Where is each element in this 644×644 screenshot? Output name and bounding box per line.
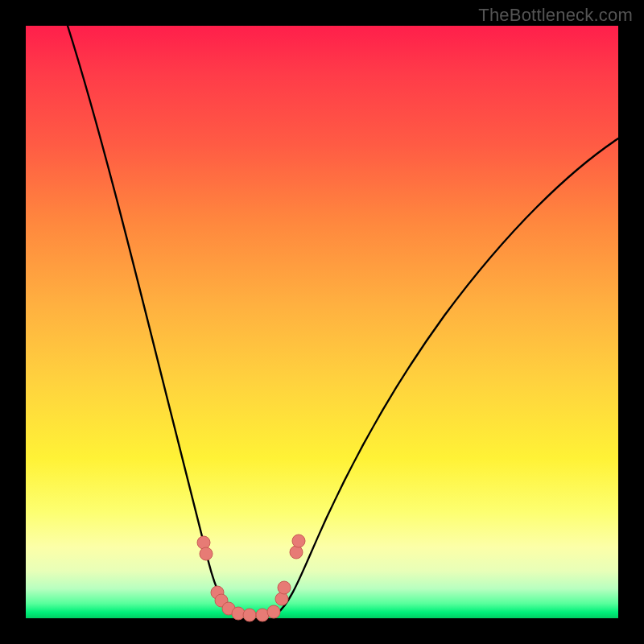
watermark-text: TheBottleneck.com xyxy=(478,5,633,26)
svg-point-1 xyxy=(200,547,213,560)
svg-point-8 xyxy=(267,605,280,618)
svg-point-9 xyxy=(275,592,288,605)
svg-point-7 xyxy=(256,609,269,621)
svg-point-0 xyxy=(197,536,210,549)
chart-svg xyxy=(26,26,618,618)
svg-point-6 xyxy=(243,609,256,621)
chart-frame: TheBottleneck.com xyxy=(0,0,644,644)
bottleneck-curve xyxy=(68,26,618,615)
svg-point-5 xyxy=(232,607,245,620)
svg-point-10 xyxy=(278,581,291,594)
plot-area xyxy=(26,26,618,618)
svg-point-11 xyxy=(290,546,303,559)
curve-right xyxy=(277,138,618,613)
curve-left xyxy=(68,26,233,613)
svg-point-12 xyxy=(292,535,305,547)
